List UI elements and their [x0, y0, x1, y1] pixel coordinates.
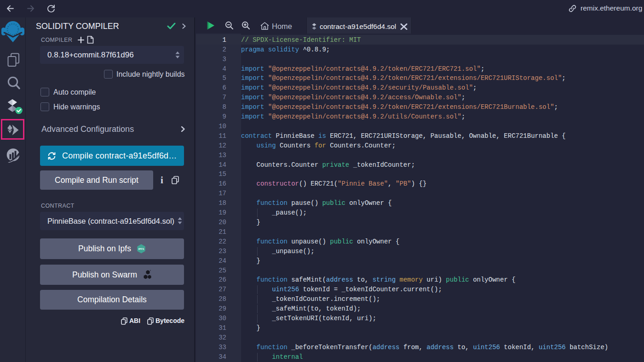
svg-text:IPFS: IPFS	[138, 248, 144, 250]
